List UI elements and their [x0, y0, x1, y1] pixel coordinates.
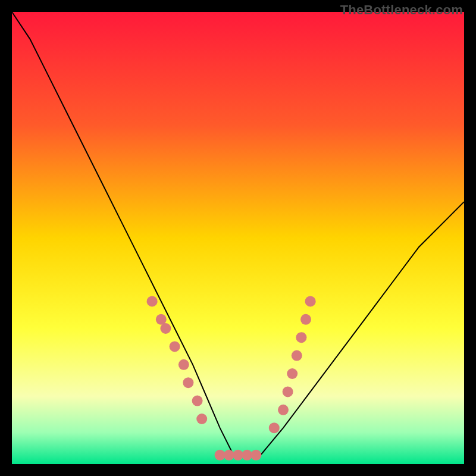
- data-marker: [250, 450, 261, 461]
- chart-plot: [12, 12, 464, 464]
- data-marker: [287, 368, 298, 379]
- data-marker: [170, 341, 180, 352]
- data-marker: [305, 296, 316, 306]
- data-marker: [278, 405, 289, 415]
- chart-svg: [12, 12, 464, 464]
- chart-background: [12, 12, 464, 464]
- data-marker: [296, 332, 306, 343]
- data-marker: [160, 323, 171, 334]
- chart-frame: [12, 12, 464, 464]
- data-marker: [147, 296, 158, 306]
- data-marker: [178, 359, 189, 370]
- watermark-label: TheBottleneck.com: [340, 2, 463, 18]
- data-marker: [300, 314, 311, 325]
- data-marker: [292, 350, 302, 361]
- data-marker: [196, 414, 207, 424]
- data-marker: [269, 422, 280, 433]
- data-marker: [283, 386, 293, 397]
- data-marker: [183, 377, 193, 388]
- data-marker: [192, 396, 203, 406]
